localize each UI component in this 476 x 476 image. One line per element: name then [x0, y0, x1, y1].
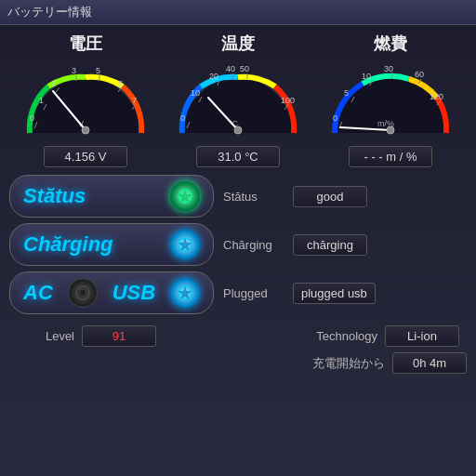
svg-text:10: 10: [362, 72, 371, 81]
svg-text:2: 2: [51, 79, 56, 88]
temperature-gauge: 温度 0 10 20 40 50 100: [166, 33, 311, 167]
charging-value-box: chărging: [293, 234, 367, 256]
svg-text:0: 0: [180, 113, 185, 123]
level-label: Level: [9, 329, 74, 343]
charging-label-text: Chărging: [223, 238, 284, 252]
status-value-box: good: [293, 186, 367, 207]
svg-text:5: 5: [344, 88, 349, 98]
svg-text:7: 7: [132, 96, 137, 105]
temperature-value: 31.0 °C: [196, 146, 280, 167]
fuel-gauge-svg: 0 5 10 30 60 120 m/%: [325, 59, 456, 142]
charge-start-label: 充電開始から: [312, 355, 385, 372]
info-section: Level 91 Technology Li-ion 充電開始から 0h 4m: [0, 322, 476, 377]
status-label-text: Stătus: [223, 190, 284, 204]
temperature-gauge-svg: 0 10 20 40 50 100 °C: [173, 59, 303, 142]
fuel-value: - - - m / %: [349, 146, 432, 167]
svg-point-50: [79, 289, 86, 297]
ac-icon: [68, 278, 98, 308]
svg-text:1: 1: [39, 96, 44, 105]
svg-text:20: 20: [209, 72, 218, 81]
fuel-gauge: 燃費 0 5 10 30 60 120: [319, 33, 463, 167]
usb-text: USB: [112, 281, 155, 305]
svg-text:3: 3: [72, 66, 76, 75]
svg-text:120: 120: [430, 92, 443, 101]
ac-text: AC: [23, 281, 53, 305]
technology-label: Technology: [312, 329, 377, 343]
charge-start-row: 充電開始から 0h 4m: [312, 352, 467, 374]
svg-text:6: 6: [118, 79, 123, 88]
svg-point-31: [234, 126, 242, 134]
charging-pill[interactable]: Chărging: [9, 223, 214, 266]
plugged-value-box: plugged usb: [293, 283, 376, 304]
svg-point-46: [387, 126, 394, 134]
status-section: Stătus Stătus good Chărging: [0, 167, 476, 322]
status-icon: [170, 181, 200, 211]
technology-value-box: Li-ion: [385, 325, 459, 347]
svg-text:5: 5: [96, 66, 100, 75]
svg-text:100: 100: [281, 96, 295, 105]
voltage-gauge-svg: 0 1 2 3 5 6 7 V: [20, 59, 151, 142]
voltage-label: 電圧: [69, 33, 102, 55]
level-value-box: 91: [82, 325, 156, 347]
title-text: バッテリー情報: [7, 5, 92, 19]
usb-icon: [170, 278, 200, 308]
charging-icon: [170, 230, 200, 259]
info-col-left: Level 91: [9, 325, 156, 347]
temperature-label: 温度: [221, 33, 255, 55]
status-pill[interactable]: Stătus: [9, 175, 214, 218]
svg-text:10: 10: [191, 88, 200, 98]
plugged-label-text: Plugged: [223, 286, 284, 300]
svg-text:0: 0: [333, 113, 337, 123]
status-row: Stătus Stătus good: [9, 175, 467, 218]
ac-usb-row: AC USB Plugged plugged usb: [9, 271, 467, 314]
svg-text:50: 50: [240, 64, 249, 73]
level-row: Level 91: [9, 325, 156, 347]
charging-row: Chărging Chărging chărging: [9, 223, 467, 266]
svg-text:30: 30: [384, 64, 393, 73]
voltage-value: 4.156 V: [44, 146, 127, 167]
svg-text:40: 40: [226, 64, 235, 73]
status-pill-text: Stătus: [23, 184, 86, 208]
charging-pill-text: Chărging: [23, 232, 113, 257]
fuel-label: 燃費: [374, 33, 407, 55]
voltage-gauge: 電圧 0 1 2 3 5 6: [14, 33, 158, 167]
info-col-right: Technology Li-ion 充電開始から 0h 4m: [312, 325, 467, 374]
technology-row: Technology Li-ion: [312, 325, 467, 347]
gauges-section: 電圧 0 1 2 3 5 6: [0, 25, 476, 167]
svg-point-16: [82, 126, 89, 134]
app-container: バッテリー情報 電圧 0 1 2 3: [0, 0, 476, 476]
charge-start-value-box: 0h 4m: [392, 352, 467, 374]
svg-text:60: 60: [415, 70, 424, 79]
title-bar: バッテリー情報: [0, 0, 476, 25]
ac-usb-pill[interactable]: AC USB: [9, 271, 214, 314]
svg-text:0: 0: [30, 113, 34, 123]
